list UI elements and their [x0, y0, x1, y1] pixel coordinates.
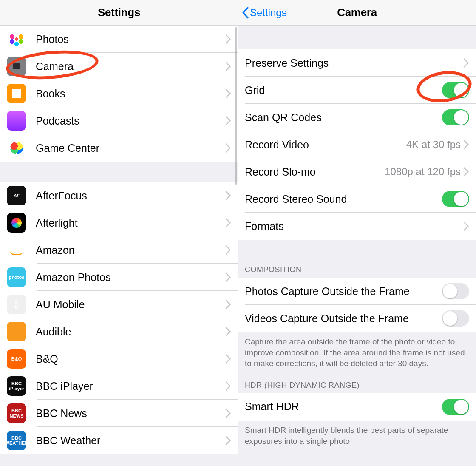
bbcweather-icon: BBC WEATHER: [7, 431, 26, 450]
hdr-group: Smart HDR: [238, 393, 476, 421]
chevron-right-icon: [225, 191, 231, 200]
chevron-left-icon: [241, 7, 249, 19]
row-label: Audible: [36, 326, 225, 338]
chevron-right-icon: [225, 300, 231, 309]
gamecenter-icon: [7, 138, 26, 158]
row-label: Grid: [245, 84, 442, 97]
settings-item-afterfocus[interactable]: AF AfterFocus: [0, 182, 238, 209]
chevron-right-icon: [463, 140, 469, 149]
row-label: AfterFocus: [36, 190, 225, 202]
row-detail: 1080p at 120 fps: [385, 166, 461, 178]
settings-item-podcasts[interactable]: Podcasts: [0, 107, 238, 134]
stereo-sound-row: Record Stereo Sound: [238, 185, 476, 213]
settings-item-amazon[interactable]: amazon Amazon: [0, 236, 238, 264]
chevron-right-icon: [225, 143, 231, 153]
chevron-right-icon: [225, 89, 231, 98]
row-label: Record Slo-mo: [245, 166, 385, 178]
row-label: Amazon: [36, 244, 225, 256]
bandq-icon: B&Q: [7, 349, 26, 369]
row-label: Videos Capture Outside the Frame: [245, 313, 442, 325]
composition-footer: Capture the area outside the frame of th…: [238, 332, 476, 378]
composition-header: COMPOSITION: [238, 240, 476, 278]
row-label: Photos: [36, 33, 225, 45]
row-label: Game Center: [36, 142, 225, 154]
smart-hdr-toggle[interactable]: [442, 399, 469, 415]
settings-navbar: Settings: [0, 0, 238, 26]
preserve-settings-row[interactable]: Preserve Settings: [238, 49, 476, 77]
smart-hdr-row: Smart HDR: [238, 393, 476, 421]
settings-item-amazonphotos[interactable]: photos Amazon Photos: [0, 264, 238, 291]
stereo-toggle[interactable]: [442, 191, 469, 207]
bbciplayer-icon: BBC iPlayer: [7, 376, 26, 396]
bbcnews-icon: BBC NEWS: [7, 403, 26, 423]
back-button[interactable]: Settings: [241, 0, 287, 25]
amazonphotos-icon: photos: [7, 267, 26, 287]
chevron-right-icon: [225, 62, 231, 71]
camera-navbar: Settings Camera: [238, 0, 476, 26]
row-label: Formats: [245, 220, 463, 233]
settings-item-bbcnews[interactable]: BBC NEWS BBC News: [0, 400, 238, 427]
chevron-right-icon: [225, 381, 231, 391]
row-label: AU Mobile: [36, 298, 225, 311]
row-label: Record Video: [245, 139, 406, 151]
camera-main-group: Preserve Settings Grid Scan QR Codes Rec…: [238, 49, 476, 240]
hdr-header: HDR (HIGH DYNAMIC RANGE): [238, 378, 476, 393]
scroll-indicator[interactable]: [235, 27, 237, 185]
row-label: Afterlight: [36, 217, 225, 229]
section-gap: [0, 162, 238, 182]
chevron-right-icon: [225, 436, 231, 445]
videos-outside-toggle[interactable]: [442, 310, 469, 327]
chevron-right-icon: [225, 116, 231, 125]
chevron-right-icon: [225, 327, 231, 336]
row-label: Podcasts: [36, 115, 225, 127]
photos-outside-toggle[interactable]: [442, 283, 469, 299]
videos-outside-row: Videos Capture Outside the Frame: [238, 305, 476, 332]
settings-item-bbcweather[interactable]: BBC WEATHER BBC Weather: [0, 427, 238, 454]
scan-qr-row: Scan QR Codes: [238, 104, 476, 131]
section-gap: [238, 26, 476, 49]
chevron-right-icon: [463, 58, 469, 68]
row-detail: 4K at 30 fps: [406, 139, 461, 151]
settings-item-bandq[interactable]: B&Q B&Q: [0, 345, 238, 372]
audible-icon: [7, 322, 26, 341]
formats-row[interactable]: Formats: [238, 213, 476, 240]
settings-item-camera[interactable]: Camera: [0, 53, 238, 80]
settings-item-books[interactable]: Books: [0, 80, 238, 107]
camera-icon: [7, 57, 26, 76]
chevron-right-icon: [225, 218, 231, 227]
camera-pane: Settings Camera Preserve Settings Grid S…: [238, 0, 476, 466]
third-party-group: AF AfterFocus Afterlight amazon Amazon p…: [0, 182, 238, 454]
books-icon: [7, 84, 26, 103]
chevron-right-icon: [225, 245, 231, 255]
row-label: B&Q: [36, 353, 225, 365]
podcasts-icon: [7, 111, 26, 131]
settings-item-gamecenter[interactable]: Game Center: [0, 134, 238, 162]
record-video-row[interactable]: Record Video 4K at 30 fps: [238, 131, 476, 158]
settings-pane: Settings Photos Camera Books Podcasts: [0, 0, 238, 466]
row-label: BBC iPlayer: [36, 380, 225, 392]
record-slomo-row[interactable]: Record Slo-mo 1080p at 120 fps: [238, 158, 476, 185]
afterlight-icon: [7, 213, 26, 233]
settings-item-audible[interactable]: Audible: [0, 318, 238, 345]
row-label: Books: [36, 88, 225, 100]
hdr-footer: Smart HDR intelligently blends the best …: [238, 421, 476, 456]
chevron-right-icon: [225, 34, 231, 44]
aumobile-icon: A U: [7, 295, 26, 314]
composition-group: Photos Capture Outside the Frame Videos …: [238, 278, 476, 332]
chevron-right-icon: [225, 273, 231, 282]
row-label: Smart HDR: [245, 401, 442, 413]
settings-title: Settings: [98, 6, 140, 19]
settings-item-bbciplayer[interactable]: BBC iPlayer BBC iPlayer: [0, 372, 238, 400]
settings-item-photos[interactable]: Photos: [0, 26, 238, 53]
settings-item-afterlight[interactable]: Afterlight: [0, 209, 238, 236]
system-apps-group: Photos Camera Books Podcasts Game Center: [0, 26, 238, 162]
scan-qr-toggle[interactable]: [442, 109, 469, 125]
camera-title: Camera: [337, 6, 377, 19]
settings-item-aumobile[interactable]: A U AU Mobile: [0, 291, 238, 318]
row-label: BBC Weather: [36, 435, 225, 447]
grid-toggle[interactable]: [442, 82, 469, 98]
chevron-right-icon: [225, 409, 231, 418]
amazon-icon: amazon: [7, 240, 26, 260]
photos-icon: [7, 29, 26, 49]
chevron-right-icon: [463, 222, 469, 231]
